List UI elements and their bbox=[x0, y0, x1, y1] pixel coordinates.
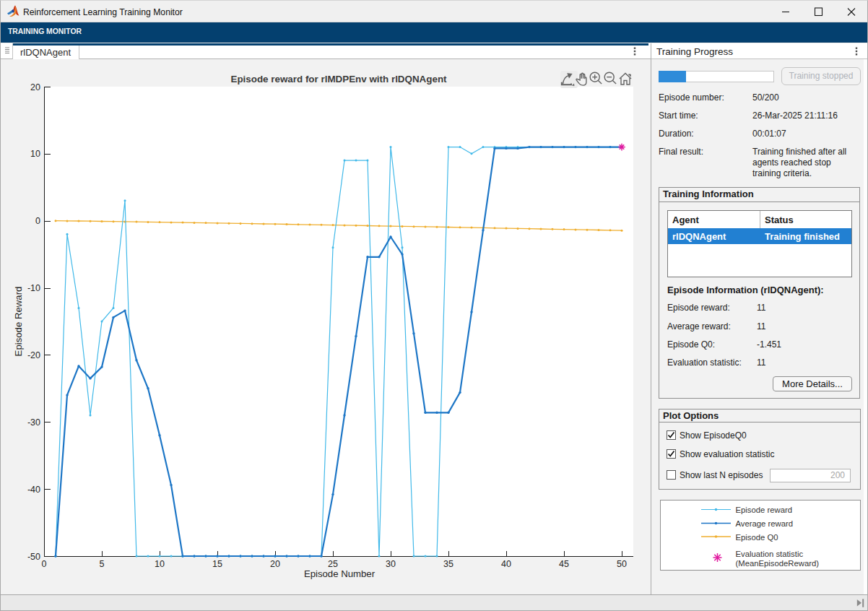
svg-text:40: 40 bbox=[501, 559, 511, 569]
svg-text:Episode Reward: Episode Reward bbox=[13, 287, 24, 357]
svg-text:25: 25 bbox=[328, 559, 338, 569]
svg-text:Episode Number: Episode Number bbox=[304, 568, 376, 579]
svg-text:-30: -30 bbox=[27, 417, 40, 428]
svg-text:-50: -50 bbox=[27, 552, 40, 562]
svg-text:35: 35 bbox=[443, 559, 453, 569]
svg-text:Evaluation statistic: Evaluation statistic bbox=[736, 550, 804, 558]
svg-text:30: 30 bbox=[386, 559, 396, 569]
svg-text:Episode reward: Episode reward bbox=[736, 506, 793, 514]
svg-text:-40: -40 bbox=[27, 485, 40, 495]
svg-text:5: 5 bbox=[100, 559, 105, 569]
svg-text:15: 15 bbox=[212, 559, 222, 569]
svg-text:20: 20 bbox=[30, 82, 40, 92]
svg-text:0: 0 bbox=[42, 559, 47, 569]
svg-text:Average reward: Average reward bbox=[736, 519, 794, 528]
svg-text:0: 0 bbox=[35, 216, 40, 226]
svg-text:-10: -10 bbox=[27, 283, 40, 293]
svg-text:Episode reward for rlMDPEnv wi: Episode reward for rlMDPEnv with rlDQNAg… bbox=[230, 74, 447, 84]
svg-text:Episode Q0: Episode Q0 bbox=[736, 533, 778, 542]
svg-text:-20: -20 bbox=[27, 350, 40, 360]
svg-text:10: 10 bbox=[30, 149, 40, 159]
svg-text:45: 45 bbox=[559, 559, 569, 569]
svg-text:(MeanEpisodeReward): (MeanEpisodeReward) bbox=[736, 559, 820, 568]
svg-text:20: 20 bbox=[270, 559, 280, 569]
svg-text:50: 50 bbox=[617, 559, 627, 569]
svg-text:10: 10 bbox=[155, 559, 165, 569]
